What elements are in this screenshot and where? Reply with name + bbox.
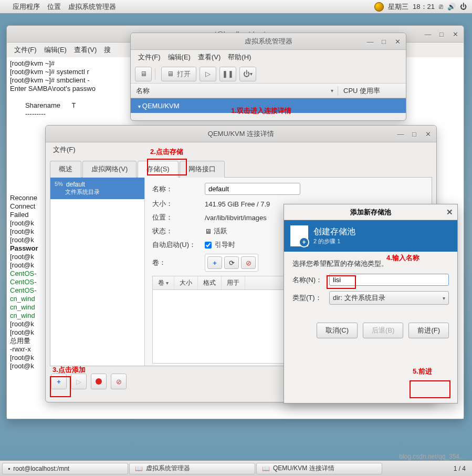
pool-delete-button[interactable]: ⊘ xyxy=(111,374,127,389)
storage-pool-list: 5%default 文件系统目录 xyxy=(50,178,145,366)
vmm-toolbar: 🖥 🖥打开 ▷ ❚❚ ⏻ ▾ xyxy=(131,65,406,84)
network-icon[interactable]: ⎚ xyxy=(439,3,443,11)
forward-button[interactable]: 前进(F) xyxy=(408,323,449,338)
cd-title: QEMU/KVM 连接详情 xyxy=(208,129,274,139)
volume-icon[interactable]: 🔊 xyxy=(447,3,456,11)
menu-file[interactable]: 文件(F) xyxy=(50,144,79,156)
workspace-indicator[interactable]: 1 / 4 xyxy=(454,465,470,472)
maximize-button[interactable]: □ xyxy=(379,36,389,47)
places-menu[interactable]: 位置 xyxy=(47,2,61,12)
label-pool-name: 名称(N)： xyxy=(292,275,329,285)
volcol-size[interactable]: 大小 xyxy=(174,276,198,289)
pool-start-button[interactable]: ▷ xyxy=(71,374,87,389)
taskbar-terminal[interactable]: ▪root@localhost:/mnt xyxy=(2,463,128,474)
maximize-button[interactable]: □ xyxy=(436,29,447,39)
menu-edit[interactable]: 编辑(E) xyxy=(165,51,194,63)
cd-icon: 📖 xyxy=(262,465,270,472)
taskbar: ▪root@localhost:/mnt 📖虚拟系统管理器 📖QEMU/KVM … xyxy=(0,460,472,476)
col-cpu[interactable]: CPU 使用率 xyxy=(338,86,380,96)
dialog-titlebar[interactable]: 添加新存储池 ✕ xyxy=(284,204,457,220)
volcol-usedby[interactable]: 用于 xyxy=(222,276,245,289)
dialog-hint: 选择您希望配置的存储池类型。 xyxy=(292,259,449,268)
notification-orb-icon[interactable] xyxy=(374,2,384,12)
cd-menubar: 文件(F) xyxy=(46,142,436,157)
minimize-button[interactable]: — xyxy=(395,129,406,139)
menu-view[interactable]: 查看(V) xyxy=(71,44,100,56)
sort-icon[interactable]: ▾ xyxy=(331,88,333,94)
dialog-buttons: 取消(C) 后退(B) 前进(F) xyxy=(284,317,457,347)
taskbar-vmm[interactable]: 📖虚拟系统管理器 xyxy=(129,463,255,474)
new-vm-button[interactable]: 🖥 xyxy=(135,67,152,81)
volume-add-button[interactable]: + xyxy=(207,256,222,269)
play-button[interactable]: ▷ xyxy=(200,67,216,81)
close-button[interactable]: ✕ xyxy=(392,36,403,47)
power-icon[interactable]: ⏻ xyxy=(460,3,467,11)
close-button[interactable]: ✕ xyxy=(423,129,433,139)
storage-pool-default[interactable]: 5%default 文件系统目录 xyxy=(50,178,144,199)
cd-titlebar[interactable]: QEMU/KVM 连接详情 — □ ✕ xyxy=(46,126,436,142)
time-label: 18：21 xyxy=(413,2,435,12)
state-icon: 🖥 xyxy=(205,227,212,235)
menu-search[interactable]: 搜 xyxy=(101,44,114,56)
menu-view[interactable]: 查看(V) xyxy=(195,51,224,63)
pool-name-input[interactable] xyxy=(205,183,300,195)
vmm-title: 虚拟系统管理器 xyxy=(245,37,292,46)
dialog-header-title: 创建存储池 xyxy=(313,226,355,237)
minimize-button[interactable]: — xyxy=(365,36,375,47)
label-location: 位置： xyxy=(152,213,205,222)
maximize-button[interactable]: □ xyxy=(409,129,419,139)
label-pool-type: 类型(T)： xyxy=(292,293,329,303)
autostart-text: 引导时 xyxy=(215,240,235,250)
dialog-close-button[interactable]: ✕ xyxy=(446,208,453,217)
tab-overview[interactable]: 概述 xyxy=(50,161,81,178)
col-name[interactable]: 名称 xyxy=(136,86,150,96)
minimize-button[interactable]: — xyxy=(423,29,433,39)
pool-type-select[interactable]: dir: 文件系统目录▾ xyxy=(329,291,449,305)
vmm-list-header: 名称▾ CPU 使用率 xyxy=(131,84,406,98)
label-name: 名称： xyxy=(152,184,205,194)
tab-virtual-networks[interactable]: 虚拟网络(V) xyxy=(82,161,137,178)
label-size: 大小： xyxy=(152,199,205,209)
open-button[interactable]: 🖥打开 xyxy=(161,67,196,81)
menu-edit[interactable]: 编辑(E) xyxy=(41,44,70,56)
taskbar-connection-details[interactable]: 📖QEMU/KVM 连接详情 xyxy=(256,463,382,474)
volume-delete-button[interactable]: ⊘ xyxy=(241,256,256,269)
pool-add-button[interactable]: + xyxy=(51,374,67,389)
dialog-step-label: 2 的步骤 1 xyxy=(313,237,355,245)
shutdown-button[interactable]: ⏻ ▾ xyxy=(239,67,256,81)
menu-help[interactable]: 帮助(H) xyxy=(225,51,254,63)
add-storage-dialog: 添加新存储池 ✕ 创建存储池 2 的步骤 1 选择您希望配置的存储池类型。 名称… xyxy=(284,204,458,403)
label-volumes: 卷： xyxy=(152,258,205,267)
volcol-format[interactable]: 格式 xyxy=(198,276,222,289)
terminal-icon: ▪ xyxy=(8,465,10,472)
vmm-titlebar[interactable]: 虚拟系统管理器 — □ ✕ xyxy=(131,33,406,50)
location-value: /var/lib/libvirt/images xyxy=(205,214,267,222)
vmm-menubar: 文件(F) 编辑(E) 查看(V) 帮助(H) xyxy=(131,50,406,65)
connection-row-qemukvm[interactable]: ▾ QEMU/KVM xyxy=(131,98,406,113)
apps-menu[interactable]: 应用程序 xyxy=(13,2,40,12)
volcol-name[interactable]: 卷 ▾ xyxy=(153,276,174,289)
menu-file[interactable]: 文件(F) xyxy=(135,51,164,63)
vmm-icon: 📖 xyxy=(135,465,143,472)
menu-file[interactable]: 文件(F) xyxy=(11,44,40,56)
pool-stop-button[interactable] xyxy=(91,374,107,389)
label-autostart: 自动启动(U)： xyxy=(152,240,205,250)
volume-refresh-button[interactable]: ⟳ xyxy=(224,256,239,269)
cancel-button[interactable]: 取消(C) xyxy=(317,323,358,338)
watermark: blog.csdn.net/qq_354... xyxy=(399,453,465,460)
size-value: 141.95 GiB Free / 7.9 xyxy=(205,200,270,208)
vmm-menu[interactable]: 虚拟系统管理器 xyxy=(68,2,116,12)
dialog-header: 创建存储池 2 的步骤 1 xyxy=(284,220,457,252)
new-pool-icon xyxy=(290,225,308,246)
desktop-topbar: 应用程序 位置 虚拟系统管理器 星期三 18：21 ⎚ 🔊 ⏻ xyxy=(0,0,472,14)
tab-network-interfaces[interactable]: 网络接口 xyxy=(180,161,225,178)
vmm-window: 虚拟系统管理器 — □ ✕ 文件(F) 编辑(E) 查看(V) 帮助(H) 🖥 … xyxy=(130,33,406,121)
close-button[interactable]: ✕ xyxy=(450,29,460,39)
day-label: 星期三 xyxy=(388,2,408,12)
autostart-checkbox[interactable] xyxy=(205,242,212,249)
tab-storage[interactable]: 存储(S) xyxy=(138,161,178,178)
cd-tabs: 概述 虚拟网络(V) 存储(S) 网络接口 xyxy=(46,157,436,177)
back-button: 后退(B) xyxy=(363,323,403,338)
pool-name-input[interactable] xyxy=(329,274,449,286)
pause-button[interactable]: ❚❚ xyxy=(219,67,236,81)
